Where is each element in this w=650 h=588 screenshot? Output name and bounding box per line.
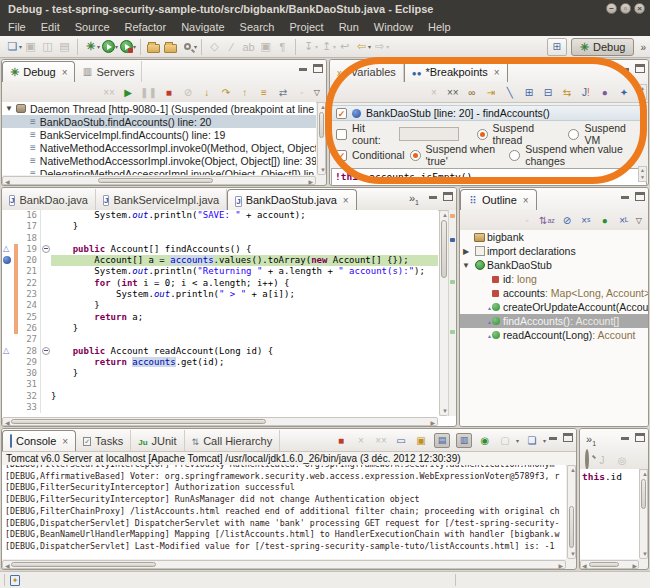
gutter-annotation-column[interactable]: [2, 210, 14, 221]
collapse-toggle-icon[interactable]: [42, 245, 50, 253]
code-line[interactable]: 16 System.out.println("SAVE: " + account…: [2, 210, 438, 221]
occurrence-overview-mark[interactable]: [450, 330, 455, 334]
maximize-view-icon[interactable]: [563, 433, 573, 442]
code-line[interactable]: 26 }: [2, 323, 438, 334]
display-icon[interactable]: J: [595, 452, 609, 468]
code-line[interactable]: 30 }: [2, 368, 438, 379]
hide-static-icon[interactable]: ×ˢ: [579, 212, 593, 228]
fast-view-icon[interactable]: ✦: [10, 575, 20, 586]
scrollbar-thumb[interactable]: [319, 112, 324, 138]
show-block-icon[interactable]: ▣: [257, 38, 274, 56]
titlebar[interactable]: Debug - test-spring-security-sample-tuto…: [0, 0, 650, 18]
conditional-checkbox[interactable]: ✓: [336, 150, 347, 161]
close-window-icon[interactable]: ×: [634, 3, 645, 14]
gutter-annotation-column[interactable]: [2, 357, 14, 368]
save-all-icon[interactable]: ◫: [39, 38, 56, 56]
debug-vertical-scrollbar[interactable]: ▲▼: [317, 102, 326, 175]
remove-all-launches-icon[interactable]: ××: [374, 432, 388, 448]
remove-all-breakpoints-icon[interactable]: ××: [446, 84, 460, 100]
code-line[interactable]: 27: [2, 334, 438, 345]
code-text[interactable]: }: [51, 221, 438, 232]
code-text[interactable]: }: [51, 300, 438, 311]
debug-thread-row[interactable]: ▼Daemon Thread [http-9080-1] (Suspended …: [2, 102, 316, 115]
code-text[interactable]: System.out.println(" > " + a[i]);: [51, 289, 438, 300]
drop-to-frame-icon[interactable]: ≡: [257, 84, 271, 100]
code-text[interactable]: public Account readAccount(Long id) {: [51, 346, 438, 357]
forward-dropdown-icon[interactable]: ▾: [386, 43, 389, 50]
gutter-annotation-column[interactable]: △: [2, 346, 14, 357]
add-exception-breakpoint-icon[interactable]: ✦: [617, 84, 631, 100]
menu-item-refactor[interactable]: Refactor: [125, 21, 167, 33]
maximize-view-icon[interactable]: [635, 64, 645, 73]
editor-horizontal-scrollbar[interactable]: ◀▶: [2, 417, 438, 426]
code-line[interactable]: 18: [2, 233, 438, 244]
disconnect-icon[interactable]: ⊘: [181, 84, 195, 100]
gutter-annotation-column[interactable]: [2, 233, 14, 244]
run-launch-icon[interactable]: [100, 38, 117, 56]
show-on-stderr-toggle[interactable]: ▥: [456, 433, 472, 448]
suspend-icon[interactable]: ❚❚: [140, 84, 157, 100]
display-console-dropdown-icon[interactable]: ▾: [516, 437, 519, 444]
menu-item-source[interactable]: Source: [75, 21, 110, 33]
tab--breakpoints[interactable]: ●●*Breakpoints×: [404, 61, 508, 82]
show-whitespace-icon[interactable]: ¶: [274, 38, 291, 56]
tab-debug[interactable]: ✳Debug×: [2, 61, 75, 82]
outline-item-accounts[interactable]: accounts : Map<Long, Account>: [460, 286, 648, 300]
expanded-arrow-icon[interactable]: ▼: [2, 104, 16, 113]
menu-item-search[interactable]: Search: [240, 21, 275, 33]
hide-non-public-icon[interactable]: ●: [598, 212, 612, 228]
code-text[interactable]: return accounts.get(id);: [51, 357, 438, 368]
tab-tasks[interactable]: ✓Tasks: [76, 430, 131, 451]
gutter-annotation-column[interactable]: [2, 379, 14, 390]
condition-scroll-spinner[interactable]: ▲▼: [638, 166, 647, 182]
maximize-view-icon[interactable]: [313, 64, 323, 73]
scrollbar-thumb[interactable]: [569, 506, 574, 548]
more-editors-indicator[interactable]: »1: [409, 192, 419, 206]
gutter-annotation-column[interactable]: [2, 402, 14, 413]
tab-bankdao-java[interactable]: JBankDao.java: [2, 189, 96, 210]
gutter-annotation-column[interactable]: [2, 221, 14, 232]
code-line[interactable]: 32}: [2, 391, 438, 402]
close-tab-icon[interactable]: ×: [62, 67, 68, 78]
goto-file-icon[interactable]: ⇆: [560, 84, 574, 100]
tab-junit[interactable]: JuJUnit: [131, 430, 184, 451]
search-dropdown-icon[interactable]: ▾: [194, 43, 197, 50]
tab-servers[interactable]: ▥Servers: [75, 61, 142, 82]
menu-item-edit[interactable]: Edit: [41, 21, 60, 33]
code-text[interactable]: return a;: [51, 312, 438, 323]
suspend-on-exception-icon[interactable]: J!: [579, 84, 593, 100]
open-resource-icon[interactable]: [145, 38, 162, 56]
menu-item-help[interactable]: Help: [428, 21, 451, 33]
code-line[interactable]: 20 Account[] a = accounts.values().toArr…: [2, 255, 438, 266]
inspect-icon[interactable]: [585, 451, 589, 469]
gutter-annotation-column[interactable]: [2, 323, 14, 334]
breakpoint-working-sets-icon[interactable]: ●: [598, 84, 612, 100]
code-line[interactable]: △19 public Account[] findAccounts() {: [2, 244, 438, 255]
expressions-vertical-scrollbar[interactable]: ▲▼: [639, 469, 648, 559]
stack-frame-row[interactable]: ≡BankServiceImpl.findAccounts() line: 19: [2, 128, 316, 141]
detail-scroll-spinner[interactable]: ▲▼: [638, 84, 647, 100]
show-source-icon[interactable]: ⁄: [223, 38, 240, 56]
maximize-view-icon[interactable]: [635, 433, 645, 442]
code-line[interactable]: 21 System.out.println("Returning " + a.l…: [2, 266, 438, 277]
code-text[interactable]: Account[] a = accounts.values().toArray(…: [51, 255, 438, 266]
remove-terminated-icon[interactable]: ××: [102, 84, 116, 100]
code-text[interactable]: }: [51, 368, 438, 379]
more-tabs-indicator[interactable]: »1: [586, 433, 596, 447]
outline-item-createorupdateaccount-account-[interactable]: ▴createOrUpdateAccount(Account) : void: [460, 300, 648, 314]
debug-extra-icon[interactable]: ◦: [295, 84, 309, 100]
editor-vertical-scrollbar[interactable]: ▲▼: [439, 210, 448, 416]
step-filters-icon[interactable]: ⇄: [276, 84, 290, 100]
console-log[interactable]: [DEBUG,FilterSecurityInterceptor] Previo…: [2, 465, 566, 559]
suspend-thread-radio[interactable]: [477, 129, 488, 140]
outline-item-import-declarations[interactable]: ▶import declarations: [460, 244, 648, 258]
minimize-view-icon[interactable]: [298, 64, 308, 73]
code-line[interactable]: 29 return accounts.get(id);: [2, 357, 438, 368]
suspend-when-true-radio[interactable]: [410, 150, 421, 161]
gutter-annotation-column[interactable]: △: [2, 244, 14, 255]
scrollbar-thumb[interactable]: [589, 562, 619, 567]
breakpoint-entry-row[interactable]: ✓ BankDaoStub [line: 20] - findAccounts(…: [331, 105, 647, 121]
code-text[interactable]: }: [51, 323, 438, 334]
view-menu-icon[interactable]: ▽: [636, 216, 642, 225]
terminate-icon[interactable]: ■: [334, 432, 348, 448]
